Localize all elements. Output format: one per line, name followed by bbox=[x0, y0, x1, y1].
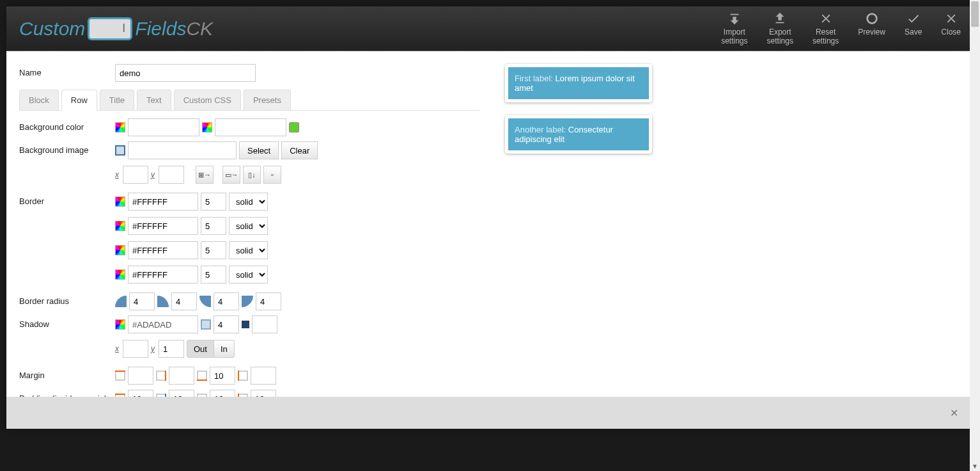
border-style-select-2[interactable]: solid bbox=[229, 241, 268, 259]
radius-tr-icon bbox=[157, 296, 169, 307]
border-color-icon-2[interactable] bbox=[115, 245, 125, 255]
border-color-input-1[interactable] bbox=[128, 217, 198, 235]
preview-card-0: First label: Lorem ipsum dolor sit amet bbox=[505, 64, 652, 102]
circle-icon bbox=[865, 12, 879, 26]
radius-tr-input[interactable] bbox=[171, 292, 197, 310]
logo-text-custom: Custom bbox=[19, 18, 85, 40]
tab-css[interactable]: Custom CSS bbox=[174, 90, 241, 110]
shadow-color-icon[interactable] bbox=[115, 319, 125, 330]
border-width-input-0[interactable] bbox=[201, 193, 226, 211]
logo-text-fields: Fields bbox=[135, 18, 186, 40]
shadow-y-input[interactable] bbox=[159, 340, 184, 358]
footer-close-button[interactable]: ✕ bbox=[944, 403, 963, 422]
margin-bottom-input[interactable] bbox=[210, 367, 235, 385]
shadow-blur-input[interactable] bbox=[214, 315, 239, 333]
border-label: Border bbox=[19, 193, 115, 206]
bgcolor-input[interactable] bbox=[128, 118, 199, 136]
select-button[interactable]: Select bbox=[239, 141, 279, 159]
close-button[interactable]: Close bbox=[941, 12, 961, 45]
preview-label-0: First label: bbox=[515, 74, 553, 83]
shadow-color-input[interactable] bbox=[128, 315, 198, 333]
radius-tl-icon bbox=[115, 296, 127, 307]
margin-label: Margin bbox=[19, 367, 115, 380]
name-label: Name bbox=[19, 64, 115, 77]
preview-label-1: Another label: bbox=[515, 125, 566, 134]
color-picker-icon-2[interactable] bbox=[202, 122, 212, 132]
border-color-icon-1[interactable] bbox=[115, 221, 125, 231]
shadow-spread-icon bbox=[242, 321, 249, 328]
radius-bl-input[interactable] bbox=[214, 292, 239, 310]
export-button[interactable]: Export settings bbox=[767, 12, 793, 45]
border-style-select-3[interactable]: solid bbox=[229, 266, 268, 283]
save-button[interactable]: Save bbox=[905, 12, 922, 45]
margin-right-icon bbox=[156, 371, 166, 381]
tab-block[interactable]: Block bbox=[19, 90, 59, 110]
logo: Custom Fields CK bbox=[19, 17, 213, 40]
bgcolor-label: Background color bbox=[19, 118, 115, 132]
repeat-y-icon[interactable]: ▯↓ bbox=[243, 166, 261, 184]
border-width-input-2[interactable] bbox=[201, 241, 226, 259]
radius-tl-input[interactable] bbox=[129, 292, 155, 310]
radius-br-icon bbox=[242, 296, 253, 307]
border-style-select-1[interactable]: solid bbox=[229, 217, 268, 235]
name-input[interactable] bbox=[115, 64, 256, 82]
shadow-label: Shadow bbox=[19, 315, 115, 329]
bottom-bar: ✕ bbox=[6, 397, 974, 429]
margin-bottom-icon bbox=[197, 371, 207, 381]
preview-button[interactable]: Preview bbox=[858, 12, 885, 45]
shadow-in-button[interactable]: In bbox=[214, 340, 235, 358]
close-icon bbox=[819, 12, 833, 26]
border-color-input-0[interactable] bbox=[128, 193, 198, 211]
bg-y-input[interactable] bbox=[159, 166, 184, 184]
toolbar: Import settings Export settings Reset se… bbox=[721, 12, 961, 45]
repeat-xy-icon[interactable]: ⊞→ bbox=[196, 166, 214, 184]
border-width-input-1[interactable] bbox=[201, 217, 226, 235]
import-button[interactable]: Import settings bbox=[721, 12, 747, 45]
bgimage-label: Background image bbox=[19, 141, 115, 155]
border-color-icon-3[interactable] bbox=[115, 269, 125, 280]
tab-text[interactable]: Text bbox=[137, 90, 171, 110]
x-label: x bbox=[115, 170, 119, 179]
margin-left-icon bbox=[238, 371, 248, 381]
shadow-spread-input[interactable] bbox=[252, 315, 277, 333]
radius-br-input[interactable] bbox=[256, 292, 281, 310]
shadow-out-button[interactable]: Out bbox=[187, 340, 214, 358]
tabs: Block Row Title Text Custom CSS Presets bbox=[19, 90, 479, 111]
scrollbar[interactable]: ▲ ▼ bbox=[970, 0, 980, 435]
tab-row[interactable]: Row bbox=[61, 90, 97, 111]
radius-label: Border radius bbox=[19, 292, 115, 306]
shadow-blur-icon bbox=[201, 319, 211, 330]
clear-button[interactable]: Clear bbox=[281, 141, 318, 159]
margin-top-icon bbox=[115, 371, 125, 381]
margin-left-input[interactable] bbox=[251, 367, 276, 385]
color-picker-icon[interactable] bbox=[115, 122, 125, 132]
tab-presets[interactable]: Presets bbox=[244, 90, 291, 110]
shadow-x-input[interactable] bbox=[123, 340, 148, 358]
no-repeat-icon[interactable]: ▫ bbox=[263, 166, 281, 184]
import-icon bbox=[727, 12, 742, 26]
radius-bl-icon bbox=[199, 296, 211, 307]
export-icon bbox=[773, 12, 787, 26]
header: Custom Fields CK Import settings Export … bbox=[6, 6, 974, 51]
reset-button[interactable]: Reset settings bbox=[813, 12, 839, 45]
tab-title[interactable]: Title bbox=[100, 90, 134, 110]
border-style-select-0[interactable]: solid bbox=[229, 193, 268, 211]
logo-box-icon bbox=[88, 17, 132, 40]
border-color-icon-0[interactable] bbox=[115, 196, 125, 207]
bgcolor2-input[interactable] bbox=[215, 118, 286, 136]
shadow-x-label: x bbox=[115, 344, 119, 353]
border-color-input-3[interactable] bbox=[128, 266, 198, 283]
bg-x-input[interactable] bbox=[123, 166, 148, 184]
bgimage-input[interactable] bbox=[128, 141, 237, 159]
border-color-input-2[interactable] bbox=[128, 241, 198, 259]
repeat-x-icon[interactable]: ▭→ bbox=[222, 166, 240, 184]
x-icon bbox=[944, 12, 958, 26]
bgimage-icon bbox=[115, 145, 125, 156]
margin-top-input[interactable] bbox=[128, 367, 153, 385]
scroll-thumb[interactable] bbox=[971, 1, 979, 27]
y-label: y bbox=[151, 170, 155, 179]
check-icon bbox=[906, 12, 921, 26]
margin-right-input[interactable] bbox=[169, 367, 194, 385]
border-width-input-3[interactable] bbox=[201, 266, 226, 283]
image-icon[interactable] bbox=[289, 122, 299, 132]
